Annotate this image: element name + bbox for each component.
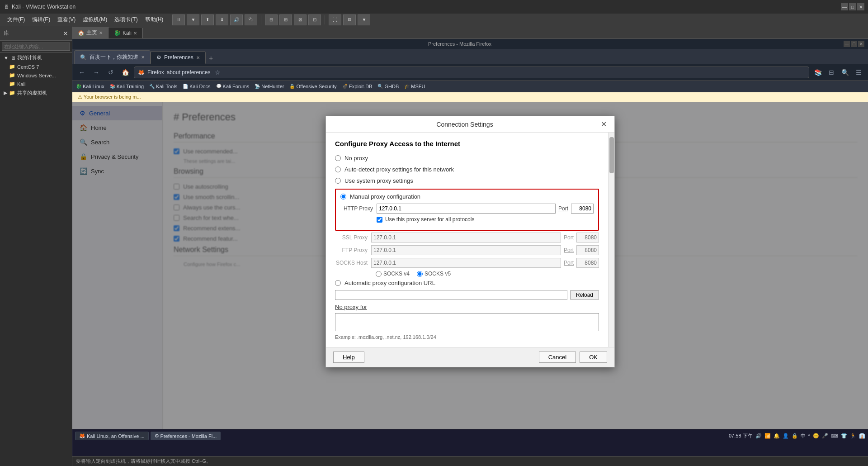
ff-collections-button[interactable]: 📚 (812, 67, 824, 78)
manual-proxy-radio[interactable] (340, 194, 346, 200)
ff-bookmark-kali-training[interactable]: 📚 Kali Training (110, 84, 144, 89)
socks-host-input[interactable] (371, 258, 561, 268)
toolbar-usb-button[interactable]: 🔌 (245, 14, 257, 25)
ff-home-button[interactable]: 🏠 (119, 67, 131, 78)
menu-help[interactable]: 帮助(H) (142, 15, 167, 24)
menu-edit[interactable]: 编辑(E) (28, 15, 54, 24)
kali-tray-lock-icon[interactable]: 🔒 (792, 433, 798, 439)
ff-tab-baidu-close[interactable]: ✕ (141, 55, 145, 60)
ff-bookmark-msfu[interactable]: 🎓 MSFU (404, 84, 425, 89)
maximize-button[interactable]: □ (849, 3, 856, 10)
auto-proxy-url-input[interactable] (335, 290, 567, 300)
ff-bookmark-kali-tools[interactable]: 🔧 Kali Tools (149, 84, 177, 89)
toolbar-split3-button[interactable]: ⊠ (294, 14, 307, 25)
ff-bookmark-kali-linux[interactable]: 🐉 Kali Linux (76, 84, 104, 89)
proxy-option-system[interactable]: Use system proxy settings (335, 177, 599, 184)
vm-screen[interactable]: Preferences - Mozilla Firefox — □ ✕ 🔍 百度… (72, 39, 868, 456)
ff-bookmark-exploit-db[interactable]: 💣 Exploit-DB (342, 84, 373, 89)
kali-tray-keyboard-icon[interactable]: ⌨ (831, 433, 838, 439)
ftp-port-input[interactable] (576, 245, 599, 255)
firefox-maximize-button[interactable]: □ (851, 41, 857, 47)
auto-detect-radio[interactable] (335, 166, 341, 172)
kali-tray-run-icon[interactable]: 🏃 (850, 433, 856, 439)
kali-tray-user-icon[interactable]: 👤 (783, 433, 789, 439)
sidebar-item-kali[interactable]: 📁 Kali (0, 80, 72, 88)
ff-address-bar[interactable]: 🦊 Firefox about:preferences ☆ (134, 67, 809, 78)
close-button[interactable]: ✕ (857, 3, 864, 10)
kali-taskbar-app-preferences[interactable]: ⚙ Preferences - Mozilla Fi... (151, 432, 221, 440)
sidebar-close-button[interactable]: ✕ (63, 30, 68, 37)
ff-bookmark-kali-docs[interactable]: 📄 Kali Docs (183, 84, 210, 89)
auto-proxy-option[interactable]: Automatic proxy configuration URL (335, 280, 599, 286)
ff-reload-button[interactable]: ↺ (105, 67, 117, 78)
ff-new-tab-button[interactable]: + (206, 53, 217, 64)
socks-v5-radio[interactable] (417, 271, 423, 277)
vm-tab-home[interactable]: 🏠 主页 ✕ (72, 27, 108, 38)
socks-v4-radio[interactable] (376, 271, 382, 277)
toolbar-split-button[interactable]: ⊟ (265, 14, 278, 25)
reload-button[interactable]: Reload (570, 290, 599, 300)
toolbar-receive-button[interactable]: ⬇ (216, 14, 228, 25)
ff-forward-button[interactable]: → (90, 67, 102, 78)
proxy-option-no-proxy[interactable]: No proxy (335, 155, 599, 162)
sidebar-item-centos[interactable]: 📁 CentOS 7 (0, 62, 72, 71)
vm-tab-kali[interactable]: 🐉 Kali ✕ (108, 28, 143, 38)
no-proxy-for-textarea[interactable] (335, 313, 599, 331)
toolbar-pause-button[interactable]: ⏸ (172, 14, 185, 25)
proxy-option-manual[interactable]: Manual proxy configuration (340, 193, 594, 200)
kali-tray-ime2[interactable]: ° (808, 433, 810, 439)
socks-v5-option[interactable]: SOCKS v5 (417, 271, 451, 277)
ff-bookmark-offensive-security[interactable]: 🔒 Offensive Security (289, 84, 336, 89)
kali-taskbar-app-kali[interactable]: 🦊 Kali Linux, an Offensive ... (75, 432, 149, 440)
use-all-protocols-checkbox[interactable] (377, 217, 382, 223)
kali-tray-ime[interactable]: 中 (801, 433, 806, 439)
sidebar-item-winserver[interactable]: 📁 Windows Serve... (0, 71, 72, 80)
ff-back-button[interactable]: ← (76, 67, 88, 78)
kali-tray-shirt-icon[interactable]: 👕 (841, 433, 847, 439)
cancel-button[interactable]: Cancel (539, 352, 576, 363)
http-proxy-input[interactable] (377, 204, 556, 214)
ftp-proxy-input[interactable] (371, 245, 561, 255)
sidebar-item-shared[interactable]: ▶ 📁 共享的虚拟机 (0, 88, 72, 98)
ssl-port-input[interactable] (576, 233, 599, 243)
sidebar-search-input[interactable] (2, 43, 70, 51)
ff-zoom-button[interactable]: 🔍 (839, 67, 851, 78)
minimize-button[interactable]: — (841, 3, 848, 10)
sidebar-item-mycomputer[interactable]: ▼ 🖥 我的计算机 (0, 53, 72, 62)
toolbar-display-button[interactable]: 🖥 (343, 14, 356, 25)
ssl-proxy-input[interactable] (371, 233, 561, 243)
auto-proxy-url-radio[interactable] (335, 280, 341, 286)
toolbar-split4-button[interactable]: ⊡ (308, 14, 321, 25)
toolbar-send-button[interactable]: ⬆ (201, 14, 214, 25)
ff-bookmark-nethunter[interactable]: 📡 NetHunter (255, 84, 284, 89)
menu-file[interactable]: 文件(F) (4, 15, 28, 24)
firefox-close-button[interactable]: ✕ (858, 41, 864, 47)
kali-tray-mic-icon[interactable]: 🎤 (822, 433, 828, 439)
dialog-scrollbar[interactable] (608, 133, 614, 347)
ff-tab-baidu[interactable]: 🔍 百度一下，你就知道 ✕ (74, 50, 151, 64)
firefox-minimize-button[interactable]: — (844, 41, 850, 47)
toolbar-split2-button[interactable]: ⊞ (279, 14, 292, 25)
help-button[interactable]: Help (333, 352, 364, 363)
proxy-option-auto-detect[interactable]: Auto-detect proxy settings for this netw… (335, 166, 599, 173)
ff-settings-button[interactable]: ☰ (853, 67, 864, 78)
ff-bookmark-ghdb[interactable]: 🔍 GHDB (377, 84, 399, 89)
toolbar-dropdown-button[interactable]: ▼ (187, 14, 199, 25)
dialog-close-button[interactable]: ✕ (598, 119, 609, 130)
menu-view[interactable]: 查看(V) (54, 15, 79, 24)
ff-tab-preferences[interactable]: ⚙ Preferences ✕ (151, 51, 206, 64)
ok-button[interactable]: OK (580, 352, 607, 363)
ff-bookmark-kali-forums[interactable]: 💬 Kali Forums (216, 84, 250, 89)
kali-tray-tie-icon[interactable]: 👔 (859, 433, 865, 439)
socks-v4-option[interactable]: SOCKS v4 (376, 271, 410, 277)
menu-vm[interactable]: 虚拟机(M) (79, 15, 111, 24)
no-proxy-radio[interactable] (335, 155, 341, 161)
vm-tab-home-close[interactable]: ✕ (99, 30, 103, 35)
kali-tray-network-icon[interactable]: 📶 (764, 433, 771, 439)
ff-tab-preferences-close[interactable]: ✕ (196, 55, 200, 60)
vm-tab-kali-close[interactable]: ✕ (133, 31, 137, 36)
http-port-input[interactable] (571, 204, 594, 214)
ff-split-button[interactable]: ⊟ (826, 67, 837, 78)
kali-tray-notification-icon[interactable]: 🔔 (774, 433, 780, 439)
toolbar-vol-button[interactable]: 🔊 (230, 14, 243, 25)
